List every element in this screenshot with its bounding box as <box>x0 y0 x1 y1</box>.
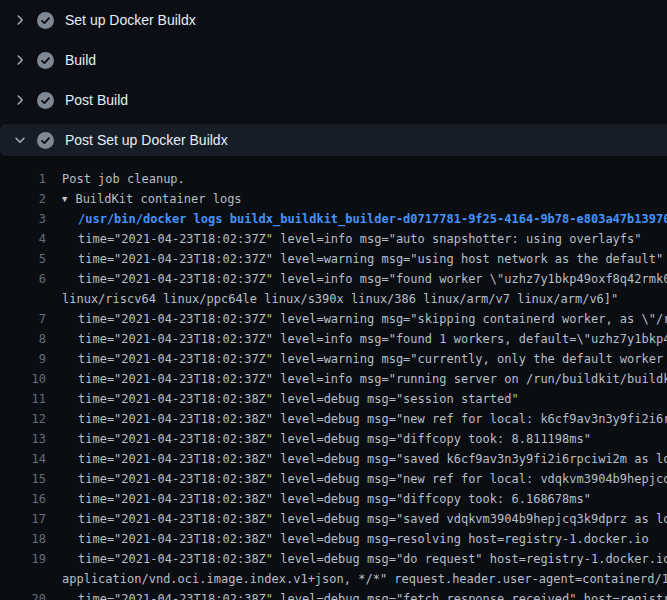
log-line-number[interactable]: 18 <box>0 529 46 549</box>
log-line: application/vnd.oci.image.index.v1+json,… <box>0 569 667 589</box>
log-line-text: time="2021-04-23T18:02:38Z" level=debug … <box>78 389 519 409</box>
log-line: 1 Post job cleanup. <box>0 169 667 189</box>
check-circle-icon <box>37 12 54 29</box>
step-row[interactable]: Build <box>0 40 667 80</box>
step-row-expanded[interactable]: Post Set up Docker Buildx <box>0 124 667 156</box>
chevron-right-icon <box>12 52 28 68</box>
log-line-number[interactable]: 19 <box>0 549 46 569</box>
log-line-text: time="2021-04-23T18:02:38Z" level=debug … <box>78 429 591 449</box>
log-line-number[interactable]: 8 <box>0 329 46 349</box>
log-line-text: time="2021-04-23T18:02:38Z" level=debug … <box>78 489 591 509</box>
log-line: 20 time="2021-04-23T18:02:38Z" level=deb… <box>0 589 667 600</box>
check-circle-icon <box>37 92 54 109</box>
log-line: 7 time="2021-04-23T18:02:37Z" level=warn… <box>0 309 667 329</box>
log-line: 9 time="2021-04-23T18:02:37Z" level=warn… <box>0 349 667 369</box>
step-label: Post Set up Docker Buildx <box>65 130 228 150</box>
log-line: 11 time="2021-04-23T18:02:38Z" level=deb… <box>0 389 667 409</box>
log-line-text: time="2021-04-23T18:02:37Z" level=info m… <box>78 329 667 349</box>
log-line: 4 time="2021-04-23T18:02:37Z" level=info… <box>0 229 667 249</box>
log-line-number[interactable] <box>0 569 46 589</box>
log-line-number[interactable]: 4 <box>0 229 46 249</box>
check-circle-icon <box>37 52 54 69</box>
log-line-number[interactable]: 13 <box>0 429 46 449</box>
log-line-text: application/vnd.oci.image.index.v1+json,… <box>62 569 667 589</box>
steps-list: Set up Docker Buildx Build P <box>0 0 667 156</box>
log-line-number[interactable]: 16 <box>0 489 46 509</box>
log-line-text: time="2021-04-23T18:02:38Z" level=debug … <box>78 449 667 469</box>
step-label: Set up Docker Buildx <box>65 10 196 30</box>
log-line: 16 time="2021-04-23T18:02:38Z" level=deb… <box>0 489 667 509</box>
log-line: 6 time="2021-04-23T18:02:37Z" level=info… <box>0 269 667 289</box>
log-line-text: linux/riscv64 linux/ppc64le linux/s390x … <box>62 289 618 309</box>
log-line-text: time="2021-04-23T18:02:38Z" level=debug … <box>78 469 667 489</box>
step-label: Build <box>65 50 96 70</box>
log-line-text: time="2021-04-23T18:02:38Z" level=debug … <box>78 409 667 429</box>
log-line-text: time="2021-04-23T18:02:38Z" level=debug … <box>78 549 667 569</box>
log-line: 15 time="2021-04-23T18:02:38Z" level=deb… <box>0 469 667 489</box>
log-line-number[interactable]: 9 <box>0 349 46 369</box>
log-line: 14 time="2021-04-23T18:02:38Z" level=deb… <box>0 449 667 469</box>
collapsed-steps: Set up Docker Buildx Build P <box>0 0 667 120</box>
log-line-text: time="2021-04-23T18:02:37Z" level=warnin… <box>78 309 667 329</box>
log-line-number[interactable]: 20 <box>0 589 46 600</box>
log-line-number[interactable]: 2 <box>0 189 46 209</box>
log-line: 5 time="2021-04-23T18:02:37Z" level=warn… <box>0 249 667 269</box>
log-line: 17 time="2021-04-23T18:02:38Z" level=deb… <box>0 509 667 529</box>
chevron-right-icon <box>12 92 28 108</box>
log-line: 13 time="2021-04-23T18:02:38Z" level=deb… <box>0 429 667 449</box>
log-line-text: time="2021-04-23T18:02:38Z" level=debug … <box>78 589 667 600</box>
log-line-number[interactable]: 11 <box>0 389 46 409</box>
log-line: 18 time="2021-04-23T18:02:38Z" level=deb… <box>0 529 667 549</box>
log-line: linux/riscv64 linux/ppc64le linux/s390x … <box>0 289 667 309</box>
log-line-number[interactable]: 7 <box>0 309 46 329</box>
log-line-text: Post job cleanup. <box>62 169 185 189</box>
step-row[interactable]: Set up Docker Buildx <box>0 0 667 40</box>
step-label: Post Build <box>65 90 128 110</box>
log-line-number[interactable]: 5 <box>0 249 46 269</box>
log-line-number[interactable]: 17 <box>0 509 46 529</box>
log-line-number[interactable]: 14 <box>0 449 46 469</box>
log-line-text: time="2021-04-23T18:02:37Z" level=info m… <box>78 229 642 249</box>
log-line: 19 time="2021-04-23T18:02:38Z" level=deb… <box>0 549 667 569</box>
log-line-text: /usr/bin/docker logs buildx_buildkit_bui… <box>78 209 667 229</box>
log-line-number[interactable]: 15 <box>0 469 46 489</box>
log-group-toggle-icon[interactable]: ▼ <box>62 189 67 209</box>
log-line-number[interactable]: 6 <box>0 269 46 289</box>
check-circle-icon <box>37 132 54 149</box>
log-line-number[interactable]: 12 <box>0 409 46 429</box>
log-line: 10 time="2021-04-23T18:02:37Z" level=inf… <box>0 369 667 389</box>
log-line-text: time="2021-04-23T18:02:37Z" level=warnin… <box>78 349 667 369</box>
log-line: 2 ▼ BuildKit container logs <box>0 189 667 209</box>
log-line: 3 /usr/bin/docker logs buildx_buildkit_b… <box>0 209 667 229</box>
log-line-text: time="2021-04-23T18:02:37Z" level=warnin… <box>78 249 663 269</box>
chevron-down-icon <box>12 132 28 148</box>
log-line-text: time="2021-04-23T18:02:38Z" level=debug … <box>78 529 649 549</box>
log-line-number[interactable]: 10 <box>0 369 46 389</box>
log-line-number[interactable]: 1 <box>0 169 46 189</box>
log-line-number[interactable]: 3 <box>0 209 46 229</box>
chevron-right-icon <box>12 12 28 28</box>
log-viewer: 1 Post job cleanup. 2 ▼ BuildKit contain… <box>0 156 667 600</box>
step-row[interactable]: Post Build <box>0 80 667 120</box>
log-line-text: time="2021-04-23T18:02:38Z" level=debug … <box>78 509 667 529</box>
log-line-text: time="2021-04-23T18:02:37Z" level=info m… <box>78 369 667 389</box>
log-line: 12 time="2021-04-23T18:02:38Z" level=deb… <box>0 409 667 429</box>
log-line-text: time="2021-04-23T18:02:37Z" level=info m… <box>78 269 667 289</box>
log-line-text: ▼ BuildKit container logs <box>62 189 242 209</box>
log-line: 8 time="2021-04-23T18:02:37Z" level=info… <box>0 329 667 349</box>
log-line-number[interactable] <box>0 289 46 309</box>
